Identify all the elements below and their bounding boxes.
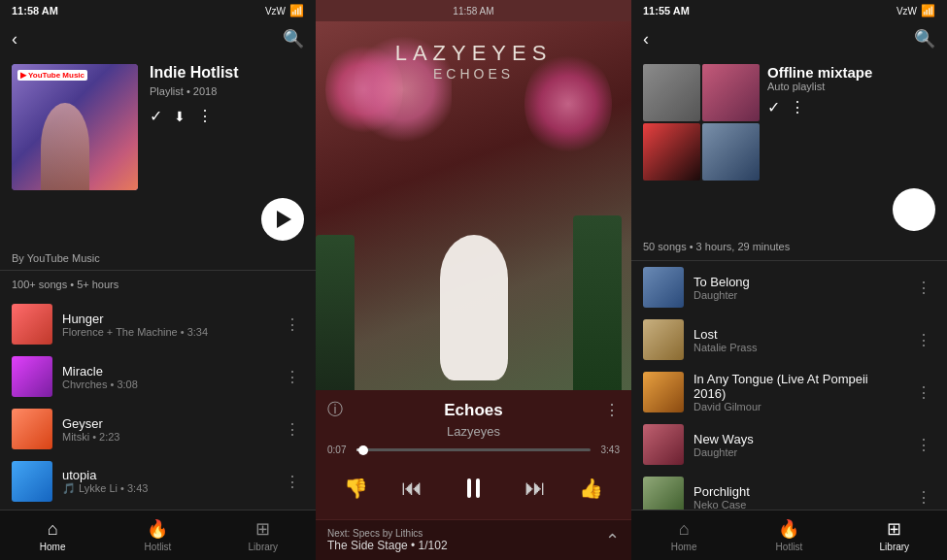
bottom-nav-right: ⌂ Home 🔥 Hotlist ⊞ Library: [631, 510, 947, 560]
more-icon-to-belong[interactable]: ⋮: [912, 275, 935, 301]
song-thumb-to-belong: [643, 267, 684, 308]
pause-bar-left: [467, 478, 471, 498]
status-bar-left: 11:58 AM VzW 📶: [0, 0, 316, 21]
status-icons-left: VzW 📶: [265, 4, 304, 17]
back-icon-left[interactable]: ‹: [12, 29, 17, 49]
more-icon-lost[interactable]: ⋮: [912, 327, 935, 353]
player-song-title: Echoes: [343, 401, 604, 420]
carrier-left: VzW: [265, 6, 286, 16]
song-details-porchlight: Porchlight Neko Case: [693, 484, 902, 511]
more-icon-right-header[interactable]: ⋮: [790, 98, 805, 116]
next-info: Next: Specs by Lithics The Side Stage • …: [327, 528, 448, 552]
thumbs-up-icon-right[interactable]: ✓: [767, 98, 780, 116]
right-playlist-info: Offline mixtape Auto playlist ✓ ⋮: [767, 64, 935, 116]
search-icon-right[interactable]: 🔍: [914, 28, 935, 49]
song-name-to-belong: To Belong: [693, 275, 902, 289]
more-icon-in-any-tongue[interactable]: ⋮: [912, 379, 935, 406]
song-item-lost[interactable]: Lost Natalie Prass ⋮: [631, 313, 947, 366]
song-name-in-any-tongue: In Any Tongue (Live At Pompeii 2016): [693, 372, 902, 401]
play-btn-row-left: [0, 198, 316, 248]
more-icon-miracle[interactable]: ⋮: [281, 364, 304, 390]
right-playlist-sub: Auto playlist: [767, 81, 935, 92]
cover-grid-2: [702, 64, 760, 121]
song-details-hunger: Hunger Florence + The Machine • 3:34: [62, 312, 271, 338]
more-icon-utopia[interactable]: ⋮: [281, 469, 304, 495]
status-time-center: 11:58 AM: [453, 6, 493, 16]
album-art-bg: LAZYEYES ECHOES: [316, 21, 631, 390]
home-label-right: Home: [671, 542, 697, 552]
progress-row: 0:07 3:43: [327, 445, 620, 455]
tab-library-left[interactable]: ⊞ Library: [211, 518, 316, 552]
right-playlist-title: Offline mixtape: [767, 64, 935, 81]
song-item-utopia[interactable]: utopia 🎵 Lykke Li • 3:43 ⋮: [0, 455, 316, 508]
song-details-to-belong: To Belong Daughter: [693, 275, 902, 301]
skip-forward-icon[interactable]: ⏭: [521, 472, 550, 505]
song-item-to-belong[interactable]: To Belong Daughter ⋮: [631, 261, 947, 313]
pause-button[interactable]: [452, 467, 494, 510]
more-icon-left[interactable]: ⋮: [197, 107, 213, 125]
more-icon-hunger[interactable]: ⋮: [281, 312, 304, 338]
more-icon-center[interactable]: ⋮: [604, 401, 620, 419]
status-time-left: 11:58 AM: [12, 5, 58, 16]
tab-hotlist-left[interactable]: 🔥 Hotlist: [105, 518, 210, 552]
player-info-row: ⓘ Echoes ⋮: [327, 400, 620, 420]
tab-library-right[interactable]: ⊞ Library: [842, 518, 947, 552]
chevron-up-icon[interactable]: ⌃: [605, 530, 620, 551]
song-artist-miracle: Chvrches • 3:08: [62, 379, 271, 390]
next-source: The Side Stage • 1/102: [327, 539, 448, 552]
search-icon-left[interactable]: 🔍: [283, 28, 304, 49]
player-section: ⓘ Echoes ⋮ Lazyeyes 0:07 3:43 👎 ⏮: [316, 390, 631, 519]
song-item-porchlight[interactable]: Porchlight Neko Case ⋮: [631, 471, 947, 510]
player-artist: Lazyeyes: [327, 424, 620, 439]
cover-grid-4: [702, 123, 760, 181]
tab-hotlist-right[interactable]: 🔥 Hotlist: [736, 518, 841, 552]
more-icon-new-ways[interactable]: ⋮: [912, 432, 935, 458]
song-artist-lost: Natalie Prass: [693, 342, 902, 353]
more-icon-porchlight[interactable]: ⋮: [912, 484, 935, 511]
progress-thumb: [358, 445, 368, 455]
next-bar[interactable]: Next: Specs by Lithics The Side Stage • …: [316, 519, 631, 560]
song-item-miracle[interactable]: Miracle Chvrches • 3:08 ⋮: [0, 350, 316, 403]
thumbs-down-icon[interactable]: 👎: [340, 473, 372, 504]
song-name-porchlight: Porchlight: [693, 484, 902, 499]
song-thumb-porchlight: [643, 477, 684, 510]
download-icon-left[interactable]: ⬇: [174, 109, 186, 124]
right-song-count: 50 songs • 3 hours, 29 minutes: [631, 237, 947, 261]
library-label-left: Library: [249, 542, 279, 552]
song-item-new-ways[interactable]: New Ways Daughter ⋮: [631, 418, 947, 471]
home-icon-left: ⌂: [48, 519, 58, 540]
progress-bar-bg[interactable]: [356, 448, 591, 451]
play-triangle-left: [277, 211, 291, 228]
song-item-in-any-tongue[interactable]: In Any Tongue (Live At Pompeii 2016) Dav…: [631, 366, 947, 418]
back-icon-right[interactable]: ‹: [643, 29, 649, 49]
skip-back-icon[interactable]: ⏮: [397, 472, 426, 505]
song-item-hunger[interactable]: Hunger Florence + The Machine • 3:34 ⋮: [0, 298, 316, 350]
top-nav-left: ‹ 🔍: [0, 21, 316, 56]
song-name-new-ways: New Ways: [693, 432, 902, 446]
song-artist-geyser: Mitski • 2:23: [62, 431, 271, 443]
song-thumb-new-ways: [643, 424, 684, 465]
song-thumb-geyser: [12, 409, 52, 449]
song-name-utopia: utopia: [62, 468, 271, 482]
song-item-geyser[interactable]: Geyser Mitski • 2:23 ⋮: [0, 403, 316, 455]
library-label-right: Library: [880, 542, 910, 552]
song-artist-in-any-tongue: David Gilmour: [693, 401, 902, 412]
hotlist-icon-right: 🔥: [778, 518, 799, 540]
right-playlist-header: Offline mixtape Auto playlist ✓ ⋮: [631, 56, 947, 188]
home-label-left: Home: [40, 542, 66, 552]
song-name-hunger: Hunger: [62, 312, 271, 326]
song-name-geyser: Geyser: [62, 416, 271, 431]
album-title-overlay: LAZYEYES ECHOES: [316, 41, 631, 82]
song-artist-porchlight: Neko Case: [693, 499, 902, 511]
play-button-left[interactable]: [261, 198, 304, 241]
more-icon-geyser[interactable]: ⋮: [281, 416, 304, 443]
info-icon-center[interactable]: ⓘ: [327, 400, 343, 420]
panel-right: 11:55 AM VzW 📶 ‹ 🔍 Offline mixtape Auto …: [631, 0, 947, 560]
play-button-right[interactable]: [893, 188, 935, 231]
tab-home-left[interactable]: ⌂ Home: [0, 519, 105, 552]
thumbs-up-icon[interactable]: 👍: [575, 473, 607, 504]
hotlist-label-right: Hotlist: [776, 542, 803, 552]
time-total: 3:43: [596, 445, 620, 455]
tab-home-right[interactable]: ⌂ Home: [631, 519, 736, 552]
thumbs-up-icon-left[interactable]: ✓: [150, 107, 162, 125]
